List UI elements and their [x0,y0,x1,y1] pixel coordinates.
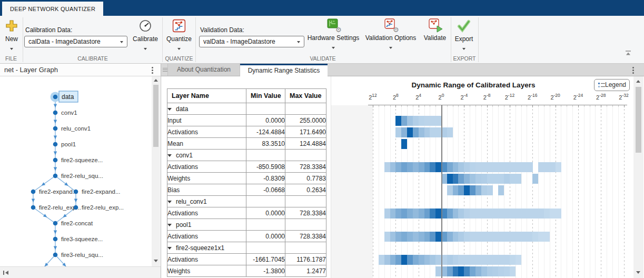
scroll-left-edge-icon[interactable] [3,270,10,276]
heatmap-bar-conv1-Weights[interactable] [331,174,631,184]
collapse-arrow-icon[interactable] [167,154,172,157]
calibration-data-combo[interactable]: calData - ImageDatastore [24,36,127,47]
table-column-header[interactable]: Layer Name [167,89,246,103]
table-column-header[interactable]: Max Value [285,89,326,103]
chart-vscrollbar[interactable] [633,76,643,278]
heatmap-bar-pool1-Activations[interactable] [331,232,631,242]
validation-options-button[interactable]: ⚙ Validation Options [364,18,417,51]
table-row[interactable]: Activations-124.4884171.6490 [167,126,326,138]
tab-about-quantization[interactable]: About Quantization [167,64,240,76]
graph-node-fire2-expand-r[interactable] [74,190,78,194]
document-menu-kebab-icon[interactable] [632,67,634,75]
chart-vscroll-thumb[interactable] [636,87,641,153]
new-dropdown-caret[interactable] [10,48,13,50]
heatmap-cell [475,232,481,242]
max-value: 728.3384 [285,207,326,219]
panel-menu-kebab-icon[interactable] [152,67,153,75]
calibrate-dropdown-caret[interactable] [144,48,147,50]
graph-vscrollbar[interactable] [152,76,160,266]
hardware-settings-button[interactable]: ⚙ Hardware Settings [307,18,360,51]
graph-vscroll-thumb[interactable] [153,85,158,147]
heatmap-bar-conv1-Activations[interactable] [331,162,631,172]
table-row[interactable]: Activations-850.5908728.3384 [167,161,326,173]
heatmap-cell [550,162,556,172]
graph-node-fire3-squeeze[interactable] [53,237,58,242]
scroll-up-arrow-icon[interactable] [636,80,640,83]
graph-node-fire2-relu-exp-r[interactable] [74,205,78,210]
tab-dynamic-range-statistics[interactable]: Dynamic Range Statistics [240,64,328,76]
heatmap-bar-data-Mean[interactable] [331,139,631,149]
validation-data-combo[interactable]: valData - ImageDatastore [199,36,304,47]
table-row[interactable]: Activations0.0000728.3384 [167,207,326,219]
heatmap-bar-data-Activations[interactable] [331,127,631,137]
edge-arrow-icon [54,136,57,140]
table-row[interactable]: Weights-0.83090.7783 [167,173,326,184]
graph-node-relu_conv1[interactable] [53,126,58,131]
hardware-settings-caret[interactable] [332,47,335,49]
heatmap-cell [492,162,498,172]
export-dropdown-caret[interactable] [462,48,465,50]
heatmap-bar-fire2-squeeze1x1-Weights[interactable] [331,266,631,276]
heatmap-bar-relu_conv1-Activations[interactable] [331,208,631,219]
table-row[interactable]: fire2-squeeze1x1 [167,242,326,254]
collapse-arrow-icon[interactable] [167,108,172,111]
validation-options-caret[interactable] [389,47,392,49]
heatmap-bar-data-Input[interactable] [331,116,631,126]
heatmap-bar-conv1-Bias[interactable] [331,185,631,195]
calibration-data-value: calData - ImageDatastore [28,38,101,45]
collapse-ribbon-icon[interactable] [625,50,632,56]
combo-caret-icon[interactable] [120,41,123,43]
table-row[interactable]: Mean83.3510124.4884 [167,138,326,150]
collapse-arrow-icon[interactable] [167,247,172,250]
graph-node-fire2-relu-exp-l[interactable] [31,205,36,210]
legend-button[interactable]: Legend [594,79,630,91]
heatmap-cell [521,208,527,219]
graph-node-label: fire2-expand... [39,188,78,195]
app-tab[interactable]: DEEP NETWORK QUANTIZER [2,2,103,16]
table-row[interactable]: Activations0.0000728.3384 [167,231,326,242]
graph-node-fire3-relu_squeeze[interactable] [53,253,58,257]
table-row[interactable]: relu_conv1 [167,196,326,207]
new-button[interactable]: New [1,19,22,52]
graph-node-fire2-concat[interactable] [53,221,58,226]
quantize-button[interactable]: Quantize [164,19,194,52]
scroll-down-arrow-icon[interactable] [636,271,640,274]
scroll-down-arrow-icon[interactable] [154,260,158,262]
heatmap-cell [481,266,487,276]
graph-node-fire2-relu_squeeze[interactable] [53,174,58,178]
calibrate-button[interactable]: Calibrate [130,19,161,52]
graph-node-fire2-squeeze[interactable] [53,158,58,163]
table-row[interactable]: conv1 [167,150,326,161]
graph-node-pool1[interactable] [53,142,58,147]
heatmap-cell [458,266,464,276]
scroll-up-arrow-icon[interactable] [154,79,158,82]
quantize-dropdown-caret[interactable] [177,48,181,50]
table-row[interactable]: Input0.0000255.0000 [167,115,326,126]
graph-node-data[interactable] [53,95,58,100]
heatmap-cell [413,208,419,219]
table-row[interactable]: Weights-1.38001.2477 [167,265,326,277]
layer-group-name: conv1 [176,152,193,159]
graph-node-fire2-expand-l[interactable] [31,190,36,194]
table-row[interactable]: Activations-1661.70451176.1787 [167,254,326,265]
heatmap-cell [464,232,470,242]
layer-graph-canvas[interactable]: dataconv1relu_conv1pool1fire2-squeeze...… [0,76,152,266]
layer-group-name: data [176,105,188,113]
quantize-network-icon [172,19,186,33]
collapse-arrow-icon[interactable] [167,224,172,226]
max-value [285,196,326,207]
graph-hscrollbar[interactable] [0,266,161,278]
table-row[interactable]: pool1 [167,219,326,231]
table-row[interactable]: data [167,103,326,115]
combo-caret-icon[interactable] [297,41,300,43]
validate-button[interactable]: Validate [420,18,450,42]
collapse-arrow-icon[interactable] [167,201,172,203]
heatmap-cell [470,255,475,265]
edge-arrow-icon [64,182,68,186]
table-column-header[interactable]: Min Value [246,89,285,103]
export-button[interactable]: Export [452,19,476,52]
table-row[interactable]: Bias-0.06680.2634 [167,184,326,196]
heatmap-cell [447,266,453,276]
heatmap-bar-fire2-squeeze1x1-Activations[interactable] [331,255,631,265]
graph-node-conv1[interactable] [53,111,58,115]
